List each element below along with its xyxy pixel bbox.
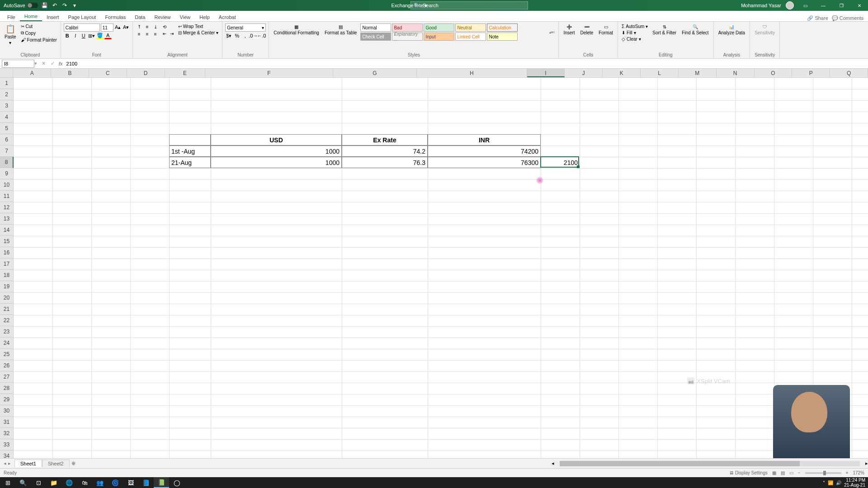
cancel-formula-icon[interactable]: ✕ <box>39 61 48 66</box>
conditional-formatting-button[interactable]: ▦Conditional Formatting <box>272 23 321 36</box>
style-bad[interactable]: Bad <box>392 23 423 32</box>
cell-G7[interactable]: 74.2 <box>342 145 428 157</box>
zoom-slider[interactable] <box>805 472 841 474</box>
row-header-31[interactable]: 31 <box>0 417 14 428</box>
close-icon[interactable]: ✕ <box>853 0 866 11</box>
add-sheet-button[interactable]: ⊕ <box>70 460 78 466</box>
row-header-28[interactable]: 28 <box>0 383 14 394</box>
view-normal-icon[interactable]: ▦ <box>772 470 776 475</box>
col-header-B[interactable]: B <box>51 69 89 77</box>
row-header-23[interactable]: 23 <box>0 326 14 338</box>
style-input[interactable]: Input <box>424 33 454 41</box>
style-check-cell[interactable]: Check Cell <box>360 33 391 41</box>
row-header-6[interactable]: 6 <box>0 134 14 145</box>
sheet-nav-next-icon[interactable]: ▸ <box>8 460 11 466</box>
decrease-decimal-icon[interactable]: ←.0 <box>258 32 265 39</box>
fill-color-button[interactable]: 🪣 <box>96 32 104 39</box>
cut-button[interactable]: Cut <box>20 23 58 29</box>
teams-icon[interactable]: 👥 <box>92 477 108 488</box>
cell-F6[interactable]: USD <box>211 134 342 145</box>
col-header-P[interactable]: P <box>792 69 830 77</box>
view-page-break-icon[interactable]: ▭ <box>789 470 793 475</box>
name-box[interactable]: I8 <box>2 60 34 68</box>
tab-help[interactable]: Help <box>195 13 214 21</box>
row-header-33[interactable]: 33 <box>0 439 14 450</box>
cell-G6[interactable]: Ex Rate <box>342 134 428 145</box>
sheet-tab-sheet2[interactable]: Sheet2 <box>42 460 70 467</box>
row-header-27[interactable]: 27 <box>0 371 14 383</box>
col-header-D[interactable]: D <box>127 69 165 77</box>
row-header-18[interactable]: 18 <box>0 270 14 281</box>
comma-icon[interactable]: , <box>241 32 249 39</box>
tab-formulas[interactable]: Formulas <box>100 13 130 21</box>
tab-file[interactable]: File <box>3 13 20 21</box>
minimize-icon[interactable]: — <box>816 0 830 11</box>
align-center-icon[interactable]: ≡ <box>144 31 151 37</box>
excel-icon[interactable]: 📗 <box>154 477 169 488</box>
cell-H7[interactable]: 74200 <box>428 145 541 157</box>
row-header-10[interactable]: 10 <box>0 179 14 191</box>
row-header-16[interactable]: 16 <box>0 247 14 258</box>
row-header-9[interactable]: 9 <box>0 168 14 179</box>
ribbon-display-icon[interactable]: ▭ <box>798 0 812 11</box>
style-note[interactable]: Note <box>487 33 518 41</box>
row-header-13[interactable]: 13 <box>0 213 14 225</box>
row-header-11[interactable]: 11 <box>0 191 14 202</box>
increase-decimal-icon[interactable]: .0→ <box>250 32 257 39</box>
maximize-icon[interactable]: ❐ <box>835 0 848 11</box>
cell-F7[interactable]: 1000 <box>211 145 342 157</box>
cell-F8[interactable]: 1000 <box>211 157 342 168</box>
toggle-off-icon[interactable] <box>27 3 38 8</box>
scroll-left-icon[interactable]: ◂ <box>552 460 554 466</box>
tab-page-layout[interactable]: Page Layout <box>64 13 101 21</box>
sheet-nav-prev-icon[interactable]: ◂ <box>4 460 6 466</box>
decrease-font-icon[interactable]: A▾ <box>123 23 130 31</box>
col-header-A[interactable]: A <box>13 69 51 77</box>
cell-H8[interactable]: 76300 <box>428 157 541 168</box>
autosum-button[interactable]: Σ AutoSum ▾ <box>621 23 649 29</box>
zoom-out-icon[interactable]: − <box>798 470 801 475</box>
insert-cells-button[interactable]: ➕Insert <box>561 23 576 36</box>
display-settings-button[interactable]: 🖥 Display Settings <box>729 470 767 475</box>
number-format-select[interactable]: General▾ <box>225 23 266 32</box>
align-top-icon[interactable]: ⤒ <box>136 23 143 30</box>
col-header-I[interactable]: I <box>527 69 565 77</box>
bold-button[interactable]: B <box>64 32 71 39</box>
font-color-button[interactable]: A <box>104 32 112 39</box>
row-header-3[interactable]: 3 <box>0 100 14 112</box>
decrease-indent-icon[interactable]: ⇤ <box>161 30 168 37</box>
styles-gallery-more[interactable]: ▴▾▿ <box>549 23 556 41</box>
cell-G8[interactable]: 76.3 <box>342 157 428 168</box>
tab-data[interactable]: Data <box>130 13 150 21</box>
sheet-tab-sheet1[interactable]: Sheet1 <box>14 460 42 467</box>
cell-E7[interactable]: 1st -Aug <box>169 145 211 157</box>
explorer-icon[interactable]: 📁 <box>46 477 61 488</box>
row-header-14[interactable]: 14 <box>0 225 14 236</box>
zoom-in-icon[interactable]: + <box>846 470 849 475</box>
autosave-toggle[interactable]: AutoSave <box>4 3 38 8</box>
increase-font-icon[interactable]: A▴ <box>114 23 122 31</box>
italic-button[interactable]: I <box>72 32 79 39</box>
merge-center-button[interactable]: ⊟ Merge & Center ▾ <box>177 30 220 36</box>
network-icon[interactable]: 📶 <box>828 480 833 485</box>
row-header-17[interactable]: 17 <box>0 258 14 270</box>
col-header-L[interactable]: L <box>641 69 679 77</box>
tab-review[interactable]: Review <box>150 13 175 21</box>
row-header-25[interactable]: 25 <box>0 349 14 360</box>
row-header-2[interactable]: 2 <box>0 89 14 100</box>
tab-view[interactable]: View <box>175 13 195 21</box>
col-header-F[interactable]: F <box>205 69 333 77</box>
sensitivity-button[interactable]: 🛡Sensitivity <box>753 23 777 36</box>
view-page-layout-icon[interactable]: ▤ <box>781 470 785 475</box>
xsplit-icon[interactable]: ◯ <box>169 477 184 488</box>
row-header-30[interactable]: 30 <box>0 405 14 417</box>
delete-cells-button[interactable]: ➖Delete <box>578 23 595 36</box>
store-icon[interactable]: 🛍 <box>77 477 92 488</box>
style-normal[interactable]: Normal <box>360 23 391 32</box>
style-explanatory[interactable]: Explanatory ... <box>392 33 423 41</box>
row-header-4[interactable]: 4 <box>0 112 14 123</box>
col-header-K[interactable]: K <box>603 69 641 77</box>
clock[interactable]: 11:24 PM 21-Aug-21 <box>844 478 865 488</box>
col-header-M[interactable]: M <box>679 69 717 77</box>
percent-icon[interactable]: % <box>233 32 241 39</box>
